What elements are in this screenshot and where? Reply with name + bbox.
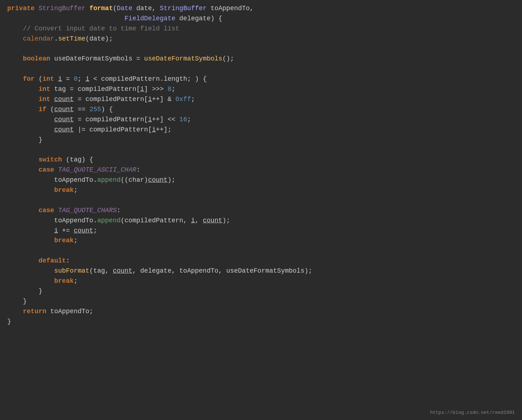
code-line-10: int count = compiledPattern[i++] & 0xff; [7, 94, 515, 105]
code-line-24: break; [7, 236, 515, 246]
code-line-30: } [7, 297, 515, 307]
code-line-21: case TAG_QUOTE_CHARS: [7, 206, 515, 216]
code-viewer: private StringBuffer format(Date date, S… [0, 0, 522, 420]
code-line-4: calendar.setTime(date); [7, 34, 515, 44]
code-line-13: count |= compiledPattern[i++]; [7, 125, 515, 135]
code-line-23: i += count; [7, 226, 515, 236]
code-line-15 [7, 145, 515, 155]
code-line-12: count = compiledPattern[i++] << 16; [7, 115, 515, 125]
code-line-20 [7, 196, 515, 206]
code-line-6: boolean useDateFormatSymbols = useDateFo… [7, 54, 515, 64]
code-line-28: break; [7, 276, 515, 286]
code-line-16: switch (tag) { [7, 155, 515, 165]
code-line-32: } [7, 317, 515, 327]
code-line-14: } [7, 135, 515, 145]
code-line-17: case TAG_QUOTE_ASCII_CHAR: [7, 165, 515, 175]
code-line-7 [7, 64, 515, 74]
code-line-11: if (count == 255) { [7, 105, 515, 115]
code-line-1: private StringBuffer format(Date date, S… [7, 4, 515, 14]
code-line-5 [7, 44, 515, 54]
code-line-19: break; [7, 185, 515, 196]
url-label: https://blog.csdn.net/reed1991 [430, 409, 515, 416]
code-line-22: toAppendTo.append(compiledPattern, i, co… [7, 216, 515, 226]
code-line-26: default: [7, 256, 515, 266]
code-line-2: FieldDelegate delegate) { [7, 14, 515, 24]
code-line-27: subFormat(tag, count, delegate, toAppend… [7, 266, 515, 276]
code-line-29: } [7, 286, 515, 297]
code-line-3: // Convert input date to time field list [7, 24, 515, 34]
code-line-8: for (int i = 0; i < compiledPattern.leng… [7, 74, 515, 84]
code-line-25 [7, 246, 515, 256]
code-line-9: int tag = compiledPattern[i] >>> 8; [7, 84, 515, 94]
code-line-18: toAppendTo.append((char)count); [7, 175, 515, 185]
code-line-31: return toAppendTo; [7, 307, 515, 317]
